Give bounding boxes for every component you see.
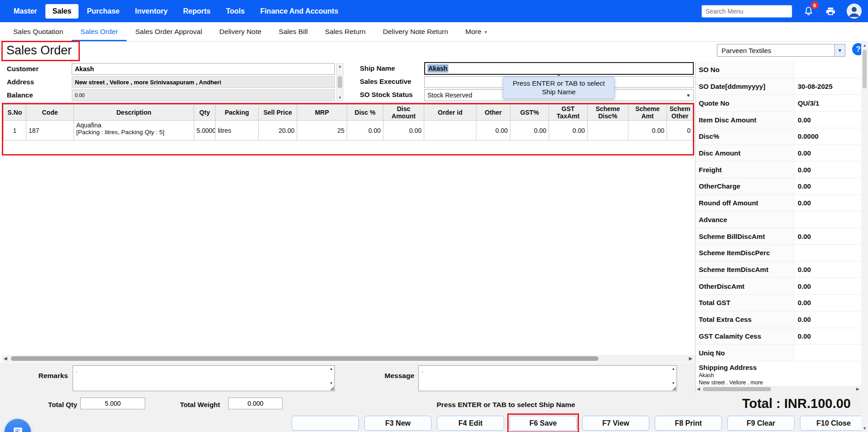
freight-value: 0.00 xyxy=(794,161,811,178)
col-header-scheme-disc: Scheme Disc% xyxy=(588,105,628,121)
cell-description[interactable]: Aquafina [Packing : litres, Packing Qty … xyxy=(74,121,194,141)
grand-total: Total : INR.100.00 xyxy=(742,396,851,411)
nav-item-finance-and-accounts[interactable]: Finance And Accounts xyxy=(253,4,345,19)
list-item: Scheme BillDiscAmt0.00 xyxy=(696,228,861,245)
nav-item-master[interactable]: Master xyxy=(6,4,44,19)
list-item: OtherDiscAmt0.00 xyxy=(696,278,861,295)
scroll-up-icon[interactable]: ▲ xyxy=(329,367,333,371)
message-value: . xyxy=(422,367,423,374)
f10-close-button[interactable]: F10 Close xyxy=(800,416,867,431)
table-row: 1 187 Aquafina [Packing : litres, Packin… xyxy=(4,121,693,141)
search-input[interactable] xyxy=(701,5,792,18)
so-stock-status-label: SO Stock Status xyxy=(360,91,413,98)
dropdown-arrow-icon[interactable]: ▼ xyxy=(834,44,845,56)
module-tabs: Sales Quotation Sales Order Sales Order … xyxy=(0,22,868,42)
tab-delivery-note[interactable]: Delivery Note xyxy=(211,22,270,41)
total-qty-input[interactable] xyxy=(80,398,145,409)
cell-qty[interactable]: 5.0000 xyxy=(194,121,216,141)
customer-form-scrollbar[interactable]: ▲ ▼ xyxy=(336,63,343,101)
tab-sales-return[interactable]: Sales Return xyxy=(316,22,374,41)
ship-name-hint: Press ENTER or TAB to select Ship Name xyxy=(399,401,613,409)
cell-gst-pct[interactable]: 0.00 xyxy=(510,121,549,141)
scrollbar-thumb[interactable] xyxy=(11,356,598,361)
page-vertical-scrollbar[interactable]: ▲ ▼ xyxy=(861,42,868,432)
ship-name-selected-text: Akash xyxy=(427,64,448,73)
f6-save-button[interactable]: F6 Save xyxy=(510,416,577,431)
f8-print-button[interactable]: F8 Print xyxy=(655,416,722,431)
nav-item-tools[interactable]: Tools xyxy=(219,4,252,19)
scroll-down-icon[interactable]: ▼ xyxy=(338,96,342,100)
resize-handle[interactable] xyxy=(672,386,676,390)
tab-more[interactable]: More ▾ xyxy=(457,22,495,41)
cell-sell-price[interactable]: 20.00 xyxy=(259,121,297,141)
scroll-right-icon[interactable]: ▶ xyxy=(856,387,859,391)
scrollbar-thumb[interactable] xyxy=(863,50,867,88)
nav-item-purchase[interactable]: Purchase xyxy=(79,4,127,19)
cell-scheme-other[interactable]: 0 xyxy=(667,121,693,141)
cell-scheme-amt[interactable]: 0.00 xyxy=(628,121,667,141)
scroll-up-icon[interactable]: ▲ xyxy=(338,64,342,68)
tab-sales-order-approval[interactable]: Sales Order Approval xyxy=(127,22,211,41)
company-select[interactable]: Parveen Textiles ▼ xyxy=(717,44,845,57)
cell-mrp[interactable]: 25 xyxy=(297,121,347,141)
customer-input[interactable] xyxy=(72,63,335,75)
scroll-right-icon[interactable]: ▶ xyxy=(689,356,692,361)
address-input[interactable] xyxy=(72,76,335,88)
item-disc-amount-label: Item Disc Amount xyxy=(696,112,794,128)
f4-edit-button[interactable]: F4 Edit xyxy=(437,416,504,431)
col-header-qty: Qty xyxy=(194,105,216,121)
so-date-label: SO Date[ddmmyyyy] xyxy=(696,78,794,95)
scroll-up-icon[interactable]: ▲ xyxy=(672,367,675,371)
nav-item-inventory[interactable]: Inventory xyxy=(128,4,175,19)
resize-handle[interactable] xyxy=(330,386,334,390)
f7-view-button[interactable]: F7 View xyxy=(582,416,649,431)
page-title: Sales Order xyxy=(1,41,80,61)
tab-sales-bill[interactable]: Sales Bill xyxy=(270,22,316,41)
scroll-left-icon[interactable]: ◀ xyxy=(4,356,7,361)
notification-bell-icon[interactable]: 6 xyxy=(802,5,814,17)
cell-scheme-disc[interactable] xyxy=(588,121,628,141)
scroll-up-icon[interactable]: ▲ xyxy=(863,43,867,48)
list-item: SO Date[ddmmyyyy]30-08-2025 xyxy=(696,78,861,95)
col-header-disc-amount: Disc Amount xyxy=(383,105,424,121)
message-textarea[interactable]: . ▲ ▼ xyxy=(418,365,677,391)
user-avatar[interactable] xyxy=(847,4,862,19)
scroll-left-icon[interactable]: ◀ xyxy=(697,387,700,391)
nav-item-sales[interactable]: Sales xyxy=(45,4,79,19)
disc-amount-value: 0.00 xyxy=(794,145,811,161)
cell-disc-amt[interactable]: 0.00 xyxy=(383,121,424,141)
total-weight-input[interactable] xyxy=(228,398,283,409)
cell-packing[interactable]: litres xyxy=(216,121,259,141)
grid-horizontal-scrollbar[interactable]: ◀ ▶ xyxy=(2,355,695,362)
cell-order-id[interactable] xyxy=(424,121,476,141)
f9-clear-button[interactable]: F9 Clear xyxy=(727,416,794,431)
print-icon[interactable] xyxy=(824,5,837,17)
col-header-mrp: MRP xyxy=(297,105,347,121)
tab-delivery-note-return[interactable]: Delivery Note Return xyxy=(374,22,457,41)
scroll-down-icon[interactable]: ▼ xyxy=(863,426,867,431)
cell-code[interactable]: 187 xyxy=(26,121,74,141)
scheme-itemdiscperc-label: Scheme ItemDiscPerc xyxy=(696,245,794,261)
cell-sno[interactable]: 1 xyxy=(4,121,26,141)
cell-disc-pct[interactable]: 0.00 xyxy=(347,121,383,141)
cell-other[interactable]: 0.00 xyxy=(476,121,510,141)
remarks-textarea[interactable]: . ▲ ▼ xyxy=(73,365,335,391)
scrollbar-thumb[interactable] xyxy=(338,76,342,88)
round-off-value: 0.00 xyxy=(794,195,811,211)
tab-sales-quotation[interactable]: Sales Quotation xyxy=(5,22,72,41)
balance-input[interactable] xyxy=(72,89,335,101)
list-item: Scheme ItemDiscAmt0.00 xyxy=(696,262,861,278)
scroll-down-icon[interactable]: ▼ xyxy=(329,381,333,385)
scroll-down-icon[interactable]: ▼ xyxy=(672,381,675,385)
scheme-itemdiscamt-label: Scheme ItemDiscAmt xyxy=(696,262,794,278)
blank-button[interactable] xyxy=(292,416,359,431)
so-summary-panel: SO No SO Date[ddmmyyyy]30-08-2025 Quote … xyxy=(695,62,861,393)
so-no-label: SO No xyxy=(696,62,794,78)
panel-horizontal-scrollbar[interactable]: ◀ ▶ xyxy=(696,386,861,393)
scrollbar-thumb[interactable] xyxy=(703,387,771,391)
gst-calamity-cess-label: GST Calamity Cess xyxy=(696,328,794,345)
cell-gst-taxamt[interactable]: 0.00 xyxy=(549,121,588,141)
nav-item-reports[interactable]: Reports xyxy=(176,4,217,19)
f3-new-button[interactable]: F3 New xyxy=(364,416,432,431)
tab-sales-order[interactable]: Sales Order xyxy=(72,22,127,41)
